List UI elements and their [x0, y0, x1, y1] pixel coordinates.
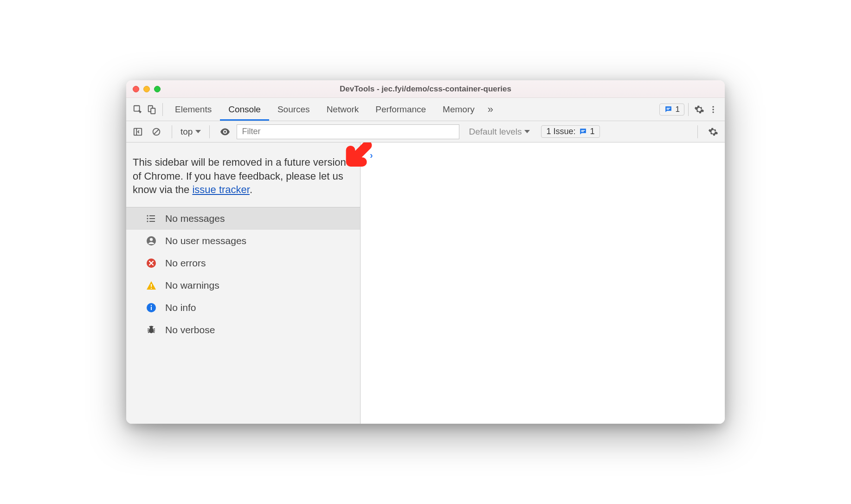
console-output[interactable]: › — [361, 142, 725, 424]
svg-point-22 — [150, 238, 153, 241]
svg-rect-13 — [581, 130, 585, 131]
divider — [209, 125, 210, 138]
svg-rect-25 — [151, 288, 152, 289]
console-sidebar: This sidebar will be removed in a future… — [126, 142, 361, 424]
filter-row-verbose[interactable]: No verbose — [126, 319, 360, 341]
filter-row-warnings[interactable]: No warnings — [126, 274, 360, 297]
divider — [162, 103, 163, 116]
svg-rect-14 — [581, 131, 584, 132]
notice-text-after: . — [250, 184, 252, 195]
tab-elements[interactable]: Elements — [167, 98, 220, 121]
list-icon — [146, 213, 157, 224]
svg-rect-27 — [151, 307, 152, 310]
svg-point-5 — [712, 106, 714, 107]
maximize-window-button[interactable] — [154, 86, 161, 92]
device-toggle-icon[interactable] — [145, 103, 159, 116]
console-settings-icon[interactable] — [706, 125, 720, 139]
filter-row-user[interactable]: No user messages — [126, 230, 360, 252]
tab-sources[interactable]: Sources — [269, 98, 318, 121]
error-icon — [146, 258, 157, 269]
user-icon — [146, 235, 157, 246]
filter-row-messages[interactable]: No messages — [126, 207, 360, 230]
filter-label: No user messages — [165, 235, 246, 246]
console-prompt-icon: › — [370, 150, 373, 160]
warning-icon — [146, 280, 157, 291]
filter-list: No messages No user messages No errors — [126, 207, 360, 341]
svg-rect-28 — [151, 305, 152, 306]
log-levels-selector[interactable]: Default levels — [469, 127, 530, 137]
inspect-element-icon[interactable] — [131, 103, 145, 116]
deprecation-notice: This sidebar will be removed in a future… — [126, 142, 360, 207]
sidebar-toggle-icon[interactable] — [131, 125, 145, 139]
close-window-button[interactable] — [133, 86, 139, 92]
context-label: top — [181, 127, 193, 137]
filter-label: No verbose — [165, 324, 215, 336]
filter-input[interactable] — [237, 124, 459, 139]
more-icon[interactable] — [706, 103, 720, 116]
tab-network[interactable]: Network — [318, 98, 367, 121]
levels-label: Default levels — [469, 127, 522, 137]
window-controls — [133, 86, 161, 92]
header-issues-count: 1 — [676, 105, 680, 114]
console-body: This sidebar will be removed in a future… — [126, 142, 725, 424]
chevron-down-icon — [195, 130, 201, 133]
filter-label: No warnings — [165, 280, 219, 291]
issues-count: 1 — [590, 127, 595, 136]
header-issues-badge[interactable]: 1 — [659, 103, 684, 116]
svg-point-12 — [224, 130, 226, 132]
tab-console[interactable]: Console — [220, 98, 269, 121]
devtools-window: DevTools - jec.fyi/demo/css-container-qu… — [126, 80, 725, 424]
filter-label: No errors — [165, 258, 206, 269]
filter-label: No messages — [165, 213, 225, 224]
info-icon — [146, 302, 157, 313]
issue-tracker-link[interactable]: issue tracker — [192, 184, 250, 195]
divider — [688, 103, 689, 116]
issues-pill[interactable]: 1 Issue: 1 — [541, 125, 600, 138]
svg-rect-2 — [151, 108, 155, 114]
svg-line-11 — [154, 129, 159, 134]
svg-rect-3 — [666, 108, 670, 109]
svg-point-19 — [147, 220, 148, 222]
svg-point-6 — [712, 109, 714, 110]
svg-point-15 — [147, 215, 148, 216]
svg-rect-4 — [666, 109, 669, 110]
svg-point-17 — [147, 218, 148, 219]
svg-rect-16 — [149, 215, 155, 216]
bug-icon — [146, 324, 157, 336]
filter-label: No info — [165, 302, 196, 313]
chevron-down-icon — [524, 130, 530, 133]
svg-point-7 — [712, 111, 714, 113]
settings-icon[interactable] — [692, 103, 706, 116]
svg-rect-20 — [149, 221, 155, 222]
tab-memory[interactable]: Memory — [434, 98, 483, 121]
minimize-window-button[interactable] — [143, 86, 150, 92]
svg-rect-18 — [149, 218, 155, 219]
svg-rect-24 — [151, 284, 152, 287]
tab-bar: Elements Console Sources Network Perform… — [126, 98, 725, 121]
issues-label: 1 Issue: — [546, 127, 575, 136]
divider — [172, 125, 172, 138]
filter-row-info[interactable]: No info — [126, 297, 360, 319]
clear-console-icon[interactable] — [149, 125, 163, 139]
context-selector[interactable]: top — [181, 127, 201, 137]
filter-row-errors[interactable]: No errors — [126, 252, 360, 274]
window-title: DevTools - jec.fyi/demo/css-container-qu… — [126, 84, 725, 94]
live-expression-icon[interactable] — [218, 125, 232, 139]
divider — [697, 125, 698, 138]
titlebar: DevTools - jec.fyi/demo/css-container-qu… — [126, 80, 725, 98]
tab-performance[interactable]: Performance — [367, 98, 434, 121]
tabs-overflow-button[interactable]: » — [483, 103, 498, 116]
console-toolbar: top Default levels 1 Issue: 1 — [126, 121, 725, 142]
